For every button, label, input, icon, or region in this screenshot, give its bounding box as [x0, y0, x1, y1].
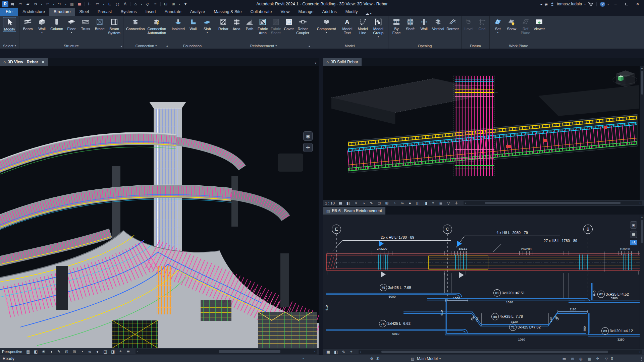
- print-icon[interactable]: ▥: [68, 1, 75, 7]
- scrollbar-thumb[interactable]: [219, 350, 280, 353]
- scale-icon[interactable]: ▦: [325, 349, 331, 355]
- view-tab-r8-6[interactable]: ▤ R8-6 - Beam Reinforcement: [323, 207, 385, 215]
- select-links-icon[interactable]: ▭: [561, 357, 567, 361]
- visual-style-icon[interactable]: ◧: [333, 349, 339, 355]
- tab-manage[interactable]: Manage: [294, 8, 318, 16]
- cart-icon[interactable]: [588, 2, 593, 6]
- scrollbar-thumb[interactable]: [381, 351, 608, 353]
- sun-settings-icon[interactable]: ☀: [40, 349, 47, 354]
- view-tab-3d-rebar[interactable]: ⌂ 3D View - Rebar ✕: [0, 58, 48, 66]
- undo-icon[interactable]: ↶: [44, 1, 51, 7]
- rebar-coupler-button[interactable]: Rebar Coupler: [296, 17, 310, 36]
- tab-analyze[interactable]: Analyze: [186, 8, 209, 16]
- user-dropdown-icon[interactable]: ▾: [584, 3, 586, 6]
- scroll-left-icon[interactable]: ‹: [359, 350, 363, 354]
- steering-wheel-icon[interactable]: ◉: [630, 221, 637, 229]
- close-button[interactable]: ✕: [633, 1, 642, 7]
- customize-qat-icon[interactable]: ▾: [182, 1, 189, 7]
- aligned-dimension-icon[interactable]: ⊾: [106, 1, 113, 7]
- scroll-right-icon[interactable]: ›: [313, 349, 317, 354]
- tab-architecture[interactable]: Architecture: [18, 8, 49, 16]
- sketchy-lines-icon[interactable]: ✎: [368, 200, 375, 206]
- design-options-icon[interactable]: ▤: [410, 357, 415, 361]
- displaced-elements-icon[interactable]: ◨: [110, 349, 116, 354]
- open-icon[interactable]: ▱: [16, 1, 24, 7]
- save-icon[interactable]: ▰: [24, 1, 32, 7]
- scale-icon[interactable]: ▦: [337, 200, 344, 206]
- scroll-right-icon[interactable]: ›: [638, 201, 642, 205]
- reveal-constraints-icon[interactable]: ⌖: [117, 349, 124, 354]
- help-icon[interactable]: ?: [600, 2, 605, 7]
- tab-overflow-icon[interactable]: ∨: [314, 61, 317, 64]
- resize-grip[interactable]: [641, 357, 642, 361]
- tab-modify[interactable]: Modify: [341, 8, 362, 16]
- tab-view[interactable]: View: [276, 8, 294, 16]
- minimize-button[interactable]: –: [611, 1, 620, 7]
- scale-icon[interactable]: ▦: [25, 349, 31, 354]
- sun-settings-icon[interactable]: ☀: [353, 200, 359, 206]
- 3d-view-dropdown-icon[interactable]: ▾: [140, 1, 144, 7]
- scroll-up-icon[interactable]: ▲: [641, 66, 643, 70]
- redo-dropdown-icon[interactable]: ▾: [64, 1, 68, 7]
- move-icon[interactable]: ✛: [453, 200, 460, 206]
- dialog-launcher-icon[interactable]: ◢: [166, 45, 168, 48]
- user-avatar-icon[interactable]: [550, 2, 554, 6]
- filter-icon[interactable]: ▽: [604, 357, 609, 361]
- panel-label-foundation[interactable]: Foundation: [169, 43, 216, 49]
- filter-icon[interactable]: ▽: [445, 200, 452, 206]
- panel-label-model[interactable]: Model: [311, 43, 388, 49]
- bar-tag[interactable]: 71: [511, 325, 515, 329]
- tab-systems[interactable]: Systems: [116, 8, 141, 16]
- cloud-menu[interactable]: ☁▾: [362, 11, 375, 16]
- scrollbar-thumb[interactable]: [485, 202, 621, 204]
- wall-button[interactable]: Wall▾: [36, 17, 48, 34]
- tab-massing-site[interactable]: Massing & Site: [209, 8, 246, 16]
- synchronize-dropdown-icon[interactable]: ▾: [40, 1, 44, 7]
- drag-on-selection-icon[interactable]: ✛: [595, 357, 600, 361]
- view-scale-label[interactable]: Perspective: [2, 350, 22, 354]
- scroll-left-icon[interactable]: ‹: [464, 201, 468, 205]
- switch-windows-icon[interactable]: ⊞: [170, 1, 177, 7]
- left-3d-viewport[interactable]: ◉ ✛: [0, 66, 319, 348]
- close-hidden-windows-icon[interactable]: ⊟: [162, 1, 169, 7]
- temporary-hide-icon[interactable]: ◔: [391, 200, 398, 206]
- panel-label-select[interactable]: Select▾: [0, 43, 19, 49]
- properties-icon[interactable]: ▤: [9, 1, 16, 7]
- thin-lines-icon[interactable]: ≡: [152, 1, 159, 7]
- scroll-left-icon[interactable]: ‹: [136, 349, 140, 354]
- floor-button[interactable]: Floor▾: [65, 17, 78, 34]
- crop-view-icon[interactable]: ⊡: [63, 349, 70, 354]
- tape-dropdown-icon[interactable]: ▾: [102, 1, 106, 7]
- rebar-button[interactable]: Rebar: [217, 17, 230, 31]
- measure-icon[interactable]: ⊢: [86, 1, 94, 7]
- temporary-view-properties-icon[interactable]: ◫: [102, 349, 108, 354]
- model-group-button[interactable]: Model Group▾: [372, 17, 385, 38]
- path-button[interactable]: Path: [243, 17, 256, 31]
- left-horizontal-scrollbar[interactable]: ‹ ›: [136, 349, 317, 354]
- design-options-value[interactable]: Main Model: [417, 356, 438, 361]
- sketchy-lines-icon[interactable]: ✎: [340, 349, 347, 355]
- zoom-icon[interactable]: ▦: [630, 231, 637, 238]
- beam-reinforcement-drawing-viewport[interactable]: 25 x H8 L=1780 - 89 4 x H8 L=2080 - 79 2…: [323, 215, 644, 349]
- temporary-hide-icon[interactable]: ◔: [79, 349, 85, 354]
- tab-file[interactable]: File: [0, 8, 18, 16]
- undo-dropdown-icon[interactable]: ▾: [52, 1, 56, 7]
- tab-insert[interactable]: Insert: [141, 8, 160, 16]
- slab-button[interactable]: Slab▾: [201, 17, 214, 34]
- tab-precast[interactable]: Precast: [93, 8, 116, 16]
- worksharing-display-icon[interactable]: ●: [407, 200, 413, 206]
- shadows-icon[interactable]: ◑: [48, 349, 54, 354]
- synchronize-icon[interactable]: ↻: [32, 1, 39, 7]
- set-button[interactable]: Set▾: [491, 17, 504, 34]
- tab-steel[interactable]: Steel: [75, 8, 94, 16]
- pan-icon[interactable]: ✛: [303, 143, 313, 152]
- displaced-elements-icon[interactable]: ◨: [422, 200, 429, 206]
- fabric-area-button[interactable]: Fabric Area: [256, 17, 269, 36]
- wall-opening-button[interactable]: Wall: [418, 17, 430, 31]
- bar-tag[interactable]: 75: [381, 286, 385, 289]
- temporary-view-properties-icon[interactable]: ◫: [415, 200, 421, 206]
- right-top-vertical-scrollbar[interactable]: ▲: [640, 66, 644, 200]
- shaft-button[interactable]: Shaft: [404, 17, 417, 31]
- show-button[interactable]: Show: [505, 17, 518, 31]
- connection-automation-button[interactable]: Connection Automation: [147, 17, 167, 36]
